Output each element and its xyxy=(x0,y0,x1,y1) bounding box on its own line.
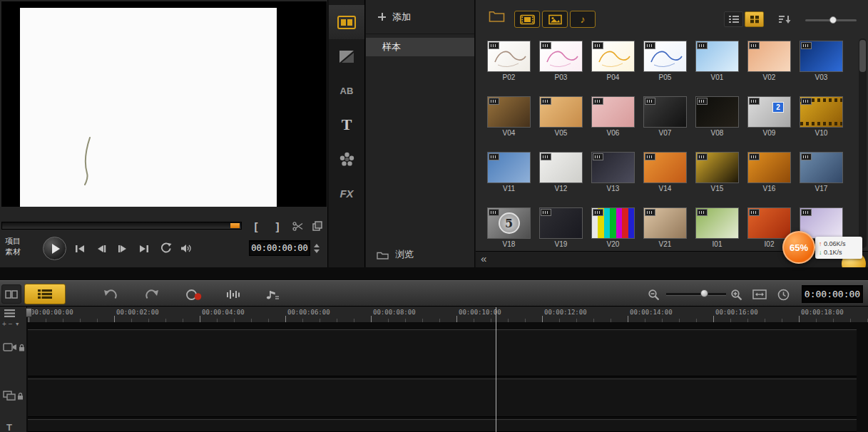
title-track[interactable] xyxy=(28,419,857,432)
thumbnail-image[interactable] xyxy=(695,41,739,72)
filter-video-button[interactable] xyxy=(514,11,540,28)
thumbnail-image[interactable] xyxy=(800,96,843,128)
storyboard-view-button[interactable] xyxy=(1,284,21,304)
source-toggle[interactable]: 项目 素材 xyxy=(5,236,21,257)
sort-button[interactable] xyxy=(775,11,793,27)
library-item-v12[interactable]: V12 xyxy=(539,152,583,193)
nav-title[interactable]: T xyxy=(329,108,364,142)
network-float-ball[interactable]: 65% xyxy=(782,231,815,264)
seek-handle[interactable] xyxy=(230,223,240,228)
library-item-v18[interactable]: 5V18 xyxy=(487,207,531,249)
timeline-cursor[interactable] xyxy=(496,307,496,432)
go-to-end-button[interactable] xyxy=(136,242,153,256)
nav-transition[interactable] xyxy=(329,39,364,73)
split-clip-button[interactable] xyxy=(288,217,307,235)
redo-button[interactable] xyxy=(143,287,161,302)
timeline-view-button[interactable] xyxy=(24,284,66,304)
fit-project-button[interactable] xyxy=(750,287,769,302)
library-item-v17[interactable]: V17 xyxy=(800,152,843,193)
remove-track-icon[interactable]: − xyxy=(9,320,13,328)
library-item-v11[interactable]: V11 xyxy=(487,152,531,193)
thumbnail-image[interactable] xyxy=(643,96,687,128)
thumbnail-image[interactable] xyxy=(591,96,635,128)
thumbnail-image[interactable] xyxy=(539,152,583,183)
zoom-in-button[interactable] xyxy=(729,287,743,302)
zoom-slider-track[interactable] xyxy=(666,293,726,296)
nav-overlay-ab[interactable]: AB xyxy=(329,73,364,108)
library-item-i01[interactable]: I01 xyxy=(695,207,739,249)
library-item-v01[interactable]: V01 xyxy=(695,41,739,82)
library-item-v21[interactable]: V21 xyxy=(643,207,687,249)
go-to-start-button[interactable] xyxy=(71,242,88,256)
track-add-remove-control[interactable]: + − ▼ xyxy=(2,320,20,328)
thumbnail-image[interactable] xyxy=(800,152,843,183)
collapse-panel-button[interactable]: « xyxy=(481,252,485,264)
thumbnail-image[interactable]: 5 xyxy=(487,207,531,239)
overlay-track[interactable] xyxy=(28,379,857,417)
filter-photo-button[interactable] xyxy=(542,11,568,28)
thumbnail-image[interactable] xyxy=(539,96,583,128)
library-item-p03[interactable]: P03 xyxy=(539,41,583,82)
library-item-v15[interactable]: V15 xyxy=(695,152,739,193)
undo-button[interactable] xyxy=(101,287,120,302)
track-manager-button[interactable] xyxy=(4,309,16,318)
thumbnail-image[interactable] xyxy=(695,96,739,128)
thumbnail-image[interactable] xyxy=(643,207,687,239)
library-item-v06[interactable]: V06 xyxy=(591,96,635,138)
thumbnail-image[interactable] xyxy=(747,41,791,72)
library-item-v04[interactable]: V04 xyxy=(487,96,531,138)
preview-seekbar[interactable] xyxy=(1,222,242,230)
thumbnail-image[interactable]: 2 xyxy=(747,96,791,128)
zoom-slider-knob[interactable] xyxy=(700,289,708,297)
thumbnail-image[interactable] xyxy=(800,41,843,72)
library-item-v08[interactable]: V08 xyxy=(695,96,739,138)
library-item-v13[interactable]: V13 xyxy=(591,152,635,193)
library-item-v19[interactable]: V19 xyxy=(539,207,583,249)
thumbnail-image[interactable] xyxy=(643,152,687,183)
thumbnail-image[interactable] xyxy=(487,41,531,72)
library-item-v09[interactable]: 2V09 xyxy=(747,96,791,138)
timecode-spinner[interactable] xyxy=(312,240,321,256)
spin-down-icon[interactable] xyxy=(314,250,320,253)
browse-button[interactable]: 浏览 xyxy=(377,248,414,261)
slider-knob[interactable] xyxy=(829,16,837,24)
repeat-button[interactable] xyxy=(158,240,175,254)
track-dropdown-icon[interactable]: ▼ xyxy=(15,322,20,326)
library-item-v20[interactable]: V20 xyxy=(591,207,635,249)
thumbnail-image[interactable] xyxy=(591,41,635,72)
zoom-out-button[interactable] xyxy=(646,287,660,302)
library-item-v05[interactable]: V05 xyxy=(539,96,583,138)
project-mode-button[interactable]: 项目 xyxy=(5,236,21,247)
ruler-options-button[interactable] xyxy=(775,287,792,302)
library-item-p05[interactable]: P05 xyxy=(643,41,687,82)
overlay-track-header[interactable] xyxy=(3,391,24,401)
sound-mixer-button[interactable] xyxy=(223,287,244,302)
auto-music-button[interactable] xyxy=(261,287,282,302)
video-track-header[interactable] xyxy=(3,342,25,352)
nav-media[interactable] xyxy=(329,5,364,39)
gallery-item-sample[interactable]: 样本 xyxy=(366,38,474,56)
spin-up-icon[interactable] xyxy=(314,244,320,247)
add-category-button[interactable]: 添加 xyxy=(366,0,474,34)
previous-frame-button[interactable] xyxy=(93,242,110,256)
list-view-button[interactable] xyxy=(724,11,743,27)
thumbnail-image[interactable] xyxy=(487,152,531,183)
title-track-header[interactable]: T xyxy=(6,422,12,432)
volume-button[interactable] xyxy=(178,241,195,255)
timeline-ruler[interactable]: 00:00:00:0000:00:02:0000:00:04:0000:00:0… xyxy=(0,307,868,323)
timeline-zoom-slider[interactable] xyxy=(666,292,726,297)
add-track-icon[interactable]: + xyxy=(2,320,6,328)
library-item-v16[interactable]: V16 xyxy=(747,152,791,193)
thumbnail-image[interactable] xyxy=(747,207,791,239)
enlarge-preview-button[interactable] xyxy=(308,217,327,235)
playhead-handle[interactable] xyxy=(26,308,32,317)
library-item-p02[interactable]: P02 xyxy=(487,41,531,82)
clip-mode-button[interactable]: 素材 xyxy=(5,247,21,257)
nav-filter-fx[interactable]: FX xyxy=(329,176,364,210)
grid-view-button[interactable] xyxy=(745,11,764,27)
thumbnail-image[interactable] xyxy=(487,96,531,128)
thumbnail-image[interactable] xyxy=(539,41,583,72)
mark-out-button[interactable]: ] xyxy=(268,217,287,235)
filter-audio-button[interactable]: ♪ xyxy=(570,11,596,28)
library-item-v10[interactable]: V10 xyxy=(800,96,843,138)
